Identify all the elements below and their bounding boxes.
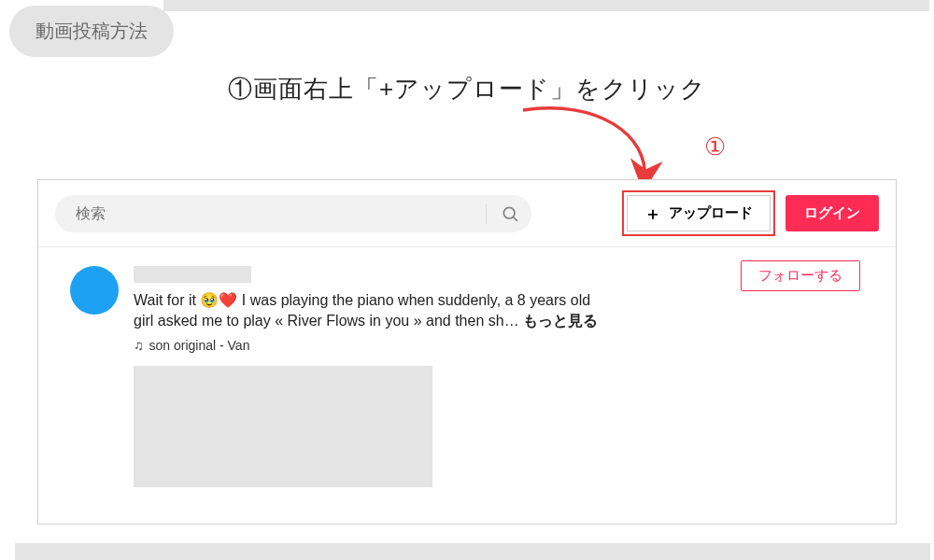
post-caption: Wait for it 🥹❤️ I was playing the piano … bbox=[134, 290, 638, 332]
more-link[interactable]: もっと見る bbox=[523, 313, 598, 329]
login-button[interactable]: ログイン bbox=[785, 195, 879, 231]
feed-area: フォローする Wait for it 🥹❤️ I was playing the… bbox=[38, 247, 896, 487]
app-screenshot-panel: ＋ アップロード ログイン フォローする Wait for it 🥹❤️ I w… bbox=[37, 179, 897, 525]
sound-row[interactable]: ♫ son original - Van bbox=[134, 338, 868, 353]
music-note-icon: ♫ bbox=[134, 338, 144, 353]
upload-label: アップロード bbox=[669, 204, 753, 222]
caption-line-2: girl asked me to play « River Flows in y… bbox=[134, 313, 523, 329]
decorative-top-bar bbox=[163, 0, 929, 11]
sound-label: son original - Van bbox=[149, 338, 250, 353]
decorative-bottom-bar bbox=[15, 543, 930, 560]
svg-line-1 bbox=[514, 217, 517, 220]
search-box[interactable] bbox=[55, 195, 531, 232]
app-header: ＋ アップロード ログイン bbox=[38, 180, 896, 247]
section-title-pill: 動画投稿方法 bbox=[9, 6, 174, 57]
instruction-text: ①画面右上「+アップロード」をクリック bbox=[0, 73, 934, 105]
plus-icon: ＋ bbox=[644, 205, 661, 222]
step-marker-1: ① bbox=[704, 133, 726, 161]
login-label: ログイン bbox=[804, 204, 860, 220]
avatar[interactable] bbox=[70, 266, 119, 315]
video-thumbnail-redacted[interactable] bbox=[134, 366, 432, 487]
search-input[interactable] bbox=[76, 205, 482, 222]
post-body: Wait for it 🥹❤️ I was playing the piano … bbox=[134, 266, 868, 487]
section-title-text: 動画投稿方法 bbox=[35, 21, 148, 41]
caption-line-1: Wait for it 🥹❤️ I was playing the piano … bbox=[134, 292, 590, 308]
username-redacted bbox=[134, 266, 251, 283]
upload-button[interactable]: ＋ アップロード bbox=[627, 195, 771, 231]
search-divider bbox=[486, 203, 487, 224]
search-icon[interactable] bbox=[494, 198, 526, 230]
